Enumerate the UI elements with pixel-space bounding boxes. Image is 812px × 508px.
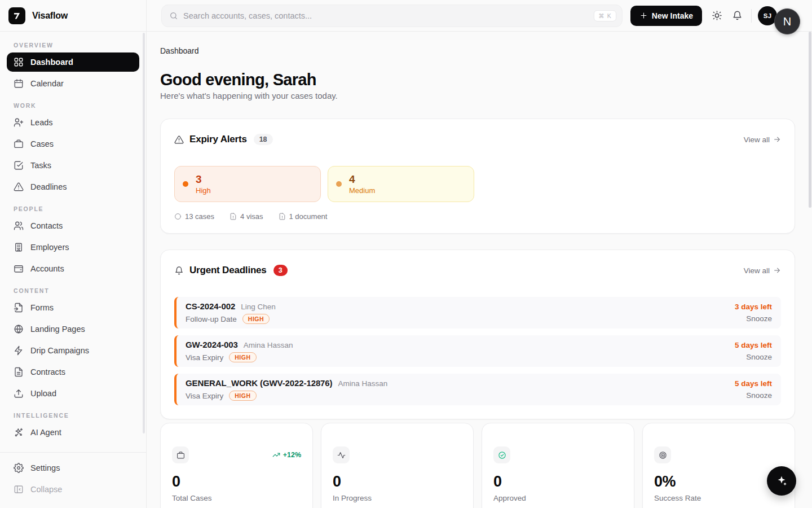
sidebar-item-label: Tasks	[30, 161, 51, 170]
deadline-row[interactable]: GENERAL_WORK (GWV-2022-12876) Amina Hass…	[174, 374, 781, 405]
sidebar-item-label: Collapse	[30, 485, 62, 494]
alert-triangle-icon	[174, 135, 184, 144]
stat-card-success-rate: 0% Success Rate	[642, 423, 795, 508]
sidebar-item-dashboard[interactable]: Dashboard	[7, 52, 139, 72]
file-alert-icon	[230, 213, 237, 220]
new-intake-label: New Intake	[652, 11, 693, 20]
check-circle-icon	[498, 451, 506, 459]
sidebar-item-label: Contacts	[30, 221, 63, 230]
sidebar-item-contacts[interactable]: Contacts	[7, 216, 139, 235]
snooze-button[interactable]: Snooze	[735, 353, 772, 361]
alert-box-medium[interactable]: 4 Medium	[328, 166, 474, 202]
stat-value: 0	[172, 473, 301, 491]
expiry-alerts-count-badge: 18	[254, 134, 273, 145]
snooze-button[interactable]: Snooze	[735, 391, 772, 400]
file-text-icon	[14, 367, 24, 377]
ai-sparkles-icon	[14, 427, 24, 437]
calendar-icon	[14, 78, 24, 89]
file-input-icon	[14, 303, 24, 313]
summary-documents: 1 document	[279, 212, 328, 221]
globe-icon	[14, 324, 24, 334]
summary-visas: 4 visas	[230, 212, 263, 221]
sidebar-item-label: Settings	[30, 463, 60, 472]
deadline-type: Visa Expiry	[186, 392, 223, 400]
user-plus-icon	[14, 117, 24, 128]
sidebar-item-settings[interactable]: Settings	[7, 458, 139, 478]
stat-value: 0	[493, 473, 623, 491]
sidebar-item-employers[interactable]: Employers	[7, 238, 139, 257]
sidebar-item-label: Calendar	[30, 79, 64, 88]
k-key: K	[607, 12, 612, 19]
alert-triangle-icon	[14, 182, 24, 192]
stat-card-approved: 0 Approved	[482, 423, 634, 508]
expiry-alerts-card: Expiry Alerts 18 View all 3 High 4 Mediu…	[160, 119, 795, 234]
breadcrumb: Dashboard	[160, 46, 795, 55]
days-left: 3 days left	[735, 303, 772, 311]
medium-count: 4	[349, 174, 375, 186]
sidebar-item-tasks[interactable]: Tasks	[7, 156, 139, 175]
upload-icon	[14, 388, 24, 398]
users-icon	[14, 221, 24, 231]
panel-collapse-icon	[14, 484, 24, 494]
bell-icon	[732, 10, 743, 21]
sidebar-item-contracts[interactable]: Contracts	[7, 362, 139, 382]
plus-icon	[639, 11, 648, 20]
trend-indicator: +12%	[272, 451, 301, 459]
sidebar: Visaflow OVERVIEW Dashboard Calendar WOR…	[0, 0, 147, 508]
urgent-deadlines-card: Urgent Deadlines 3 View all CS-2024-002 …	[160, 249, 795, 419]
section-label-people: PEOPLE	[7, 199, 139, 216]
sun-icon	[712, 10, 722, 21]
sidebar-item-label: Forms	[30, 303, 54, 312]
stat-card-in-progress: 0 In Progress	[321, 423, 474, 508]
sidebar-item-calendar[interactable]: Calendar	[7, 74, 139, 93]
sidebar-item-landing-pages[interactable]: Landing Pages	[7, 319, 139, 339]
target-icon	[659, 451, 667, 459]
deadline-case-id: CS-2024-002	[186, 301, 235, 311]
sidebar-item-accounts[interactable]: Accounts	[7, 259, 139, 278]
search-input[interactable]	[183, 11, 589, 20]
page-scrollbar[interactable]	[809, 32, 811, 208]
sidebar-item-label: Deadlines	[30, 182, 67, 191]
snooze-button[interactable]: Snooze	[735, 314, 772, 323]
section-label-content: CONTENT	[7, 281, 139, 298]
deadlines-view-all-link[interactable]: View all	[744, 266, 781, 275]
sidebar-item-forms[interactable]: Forms	[7, 298, 139, 317]
keyboard-shortcut-hint: ⌘ K	[594, 10, 616, 21]
ai-assistant-fab[interactable]	[767, 466, 796, 496]
new-intake-button[interactable]: New Intake	[630, 6, 702, 26]
deadline-type: Visa Expiry	[186, 353, 223, 362]
dashboard-icon	[14, 57, 24, 67]
visaflow-logo-icon	[8, 7, 25, 24]
deadline-case-id: GENERAL_WORK (GWV-2022-12876)	[186, 378, 333, 388]
theme-toggle-button[interactable]	[707, 6, 727, 26]
sidebar-item-upload[interactable]: Upload	[7, 384, 139, 403]
sidebar-footer: Settings Collapse	[0, 452, 146, 508]
sidebar-scrollbar[interactable]	[143, 33, 145, 433]
sidebar-item-cases[interactable]: Cases	[7, 134, 139, 154]
sidebar-item-drip-campaigns[interactable]: Drip Campaigns	[7, 341, 139, 360]
deadline-client: Amina Hassan	[338, 379, 388, 388]
briefcase-icon	[176, 451, 185, 459]
view-all-label: View all	[744, 266, 770, 275]
deadline-row[interactable]: GW-2024-003 Amina Hassan Visa Expiry HIG…	[174, 335, 781, 367]
search-icon	[169, 11, 178, 20]
sidebar-item-deadlines[interactable]: Deadlines	[7, 177, 139, 196]
alert-box-high[interactable]: 3 High	[174, 166, 321, 202]
sidebar-collapse-button[interactable]: Collapse	[7, 480, 139, 499]
high-count: 3	[196, 174, 211, 186]
wallet-icon	[14, 264, 24, 274]
stat-label: Success Rate	[654, 494, 783, 502]
global-search[interactable]: ⌘ K	[161, 5, 623, 27]
expiry-view-all-link[interactable]: View all	[744, 135, 781, 144]
high-label: High	[196, 186, 211, 195]
notifications-button[interactable]	[727, 6, 747, 26]
deadline-row[interactable]: CS-2024-002 Ling Chen Follow-up Date HIG…	[174, 297, 781, 329]
sidebar-item-leads[interactable]: Leads	[7, 113, 139, 132]
urgent-deadlines-count-badge: 3	[273, 265, 288, 276]
deadline-client: Ling Chen	[241, 303, 276, 311]
stat-label: Total Cases	[172, 494, 301, 502]
bell-icon	[174, 266, 184, 275]
dev-tools-badge[interactable]: N	[774, 8, 800, 34]
sidebar-item-ai-agent[interactable]: AI Agent	[7, 423, 139, 442]
cmd-key: ⌘	[598, 12, 605, 19]
